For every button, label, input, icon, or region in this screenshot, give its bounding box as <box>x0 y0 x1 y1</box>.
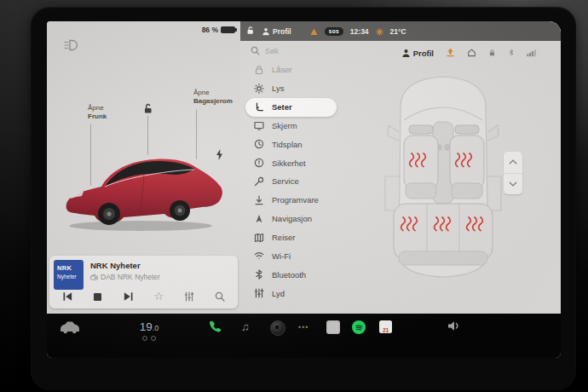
cabin-temperature: 19 <box>140 320 153 333</box>
album-art-line2: Nyheter <box>57 274 77 280</box>
menu-label: Programvare <box>272 195 319 205</box>
front-left-seat-button[interactable] <box>404 125 438 199</box>
media-search-icon[interactable] <box>213 290 227 303</box>
lock-icon <box>254 65 264 75</box>
navigation-icon <box>254 214 264 224</box>
calendar-app-icon[interactable]: 21 <box>379 320 392 333</box>
settings-panel: Profil sos 12:34 21°C <box>240 21 561 314</box>
connectivity-signal-icon[interactable] <box>527 45 537 61</box>
menu-item-locks[interactable]: Låser <box>245 61 308 79</box>
frunk-label-line2: Frunk <box>88 112 107 121</box>
equalizer-icon[interactable] <box>182 290 196 303</box>
scroll-up-button[interactable] <box>504 152 522 174</box>
software-update-icon[interactable] <box>446 45 455 61</box>
menu-item-schedule[interactable]: Tidsplan <box>245 135 318 153</box>
media-subtitle: DAB NRK Nyheter <box>101 273 160 281</box>
menu-label: Navigasjon <box>272 214 312 223</box>
media-player[interactable]: NRK Nyheter NRK Nyheter DAB NRK Nyheter <box>49 256 238 308</box>
bluetooth-status-icon[interactable] <box>508 45 515 61</box>
light-icon <box>254 84 264 94</box>
front-right-seat-button[interactable] <box>450 125 484 199</box>
phone-app-icon[interactable] <box>209 320 222 333</box>
menu-label: Service <box>272 176 299 186</box>
menu-item-service[interactable]: Service <box>245 172 314 191</box>
display-icon <box>254 120 264 130</box>
chevron-down-icon <box>508 181 518 187</box>
media-source-row: DAB NRK Nyheter <box>90 273 160 281</box>
menu-label: Tidsplan <box>272 140 303 149</box>
headlight-indicator-icon <box>64 39 79 55</box>
settings-search[interactable]: Søk <box>251 46 279 55</box>
tesla-touchscreen: 86 % Åpne Frunk Åpne Bagasjerom <box>47 21 561 358</box>
battery-status: 86 % <box>202 26 235 34</box>
open-trunk-button[interactable]: Åpne Bagasjerom <box>193 89 233 106</box>
menu-item-lights[interactable]: Lys <box>245 79 299 98</box>
wifi-icon <box>254 251 264 261</box>
app-launcher-bar: 19.0 ♫ ••• 21 <box>47 314 561 358</box>
menu-item-display[interactable]: Skjerm <box>245 117 313 135</box>
climate-temperature-button[interactable]: 19.0 <box>125 319 173 341</box>
driver-profile-button[interactable]: Profil <box>262 27 291 36</box>
menu-item-navigation[interactable]: Navigasjon <box>245 210 327 228</box>
profile-label: Profil <box>273 27 291 36</box>
climate-alert-icon[interactable] <box>376 24 383 39</box>
chevron-up-icon <box>508 159 518 165</box>
spotify-app-icon[interactable] <box>352 320 366 334</box>
outside-temperature: 21°C <box>390 27 406 36</box>
status-bar: Profil sos 12:34 21°C <box>240 21 561 41</box>
stop-button[interactable] <box>91 290 105 303</box>
menu-label: Bluetooth <box>272 270 306 280</box>
menu-item-bluetooth[interactable]: Bluetooth <box>245 265 321 284</box>
menu-label: Wi-Fi <box>272 251 291 261</box>
menu-item-seats[interactable]: Seter <box>245 98 337 117</box>
previous-track-button[interactable] <box>61 290 74 303</box>
vehicle-render <box>62 130 224 237</box>
favorite-star-icon[interactable]: ☆ <box>152 290 165 303</box>
menu-label: Lys <box>272 84 284 93</box>
trips-icon <box>254 233 264 243</box>
car-controls-icon[interactable] <box>59 320 81 334</box>
battery-percent: 86 % <box>202 26 218 34</box>
safety-icon <box>254 158 264 168</box>
menu-item-sound[interactable]: Lyd <box>245 284 300 303</box>
theater-app-icon[interactable] <box>326 320 340 334</box>
sos-badge[interactable]: sos <box>325 27 343 36</box>
homelink-icon[interactable] <box>467 45 476 61</box>
menu-label: Låser <box>272 65 292 74</box>
frunk-label-line1: Åpne <box>88 104 107 112</box>
battery-icon <box>221 26 235 33</box>
next-track-button[interactable] <box>122 290 135 303</box>
unlocked-icon[interactable] <box>245 24 255 39</box>
menu-label: Sikkerhet <box>272 159 306 168</box>
trunk-label-line2: Bagasjerom <box>193 97 233 106</box>
rear-bench <box>394 204 493 265</box>
dab-radio-icon <box>90 274 98 280</box>
album-art-line1: NRK <box>57 264 72 272</box>
lock-status-icon[interactable] <box>488 45 496 61</box>
seat-icon <box>254 102 264 112</box>
podcast-app-icon[interactable] <box>270 320 285 336</box>
menu-item-trips[interactable]: Reiser <box>245 228 310 247</box>
search-placeholder: Søk <box>265 47 279 55</box>
settings-menu: Låser Lys Seter Skjerm Tidsplan <box>245 61 337 303</box>
profile-menu-button[interactable]: Profil <box>401 49 434 58</box>
menu-item-software[interactable]: Programvare <box>245 191 334 210</box>
bluetooth-icon <box>254 269 264 280</box>
open-frunk-button[interactable]: Åpne Frunk <box>88 104 107 121</box>
person-icon <box>262 27 270 36</box>
profile-menu-label: Profil <box>413 49 434 58</box>
more-apps-icon[interactable]: ••• <box>298 323 308 331</box>
software-icon <box>254 195 264 205</box>
warning-alert-icon[interactable] <box>310 24 318 39</box>
menu-item-wifi[interactable]: Wi-Fi <box>245 246 306 265</box>
volume-icon[interactable] <box>447 320 461 331</box>
music-app-icon[interactable]: ♫ <box>241 320 250 333</box>
menu-label: Skjerm <box>272 121 297 130</box>
menu-item-safety[interactable]: Sikkerhet <box>245 153 321 172</box>
scroll-down-button[interactable] <box>504 174 522 195</box>
settings-header-icons: Profil <box>401 45 537 61</box>
vehicle-status-panel: 86 % Åpne Frunk Åpne Bagasjerom <box>47 21 240 314</box>
seat-map-scroll-control <box>504 152 522 194</box>
seat-heater-indicators <box>125 336 173 341</box>
cabin-temperature-decimal: .0 <box>153 324 159 332</box>
